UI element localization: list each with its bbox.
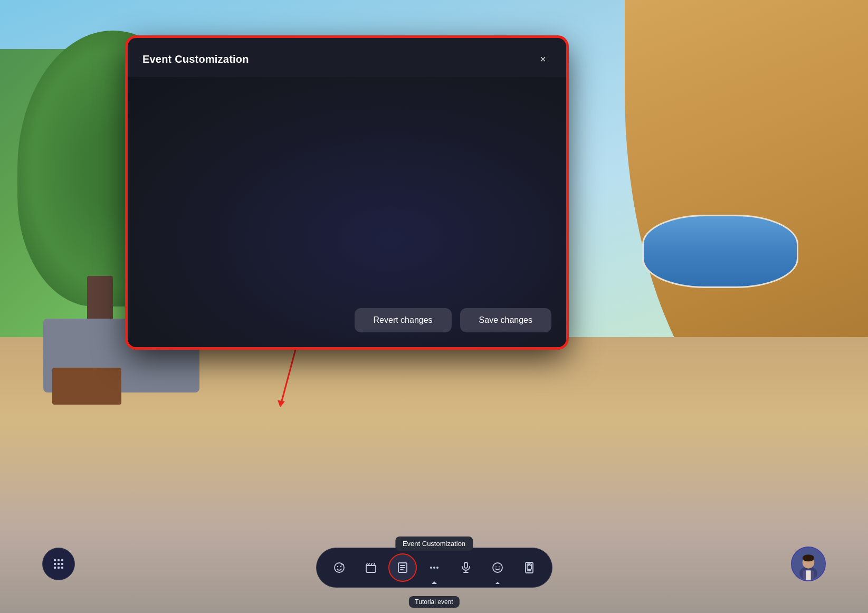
svg-rect-12 xyxy=(366,566,376,572)
svg-rect-7 xyxy=(58,567,60,569)
svg-point-11 xyxy=(340,566,341,567)
svg-rect-6 xyxy=(54,567,56,569)
ellipsis-icon xyxy=(430,567,438,569)
modal-title: Event Customization xyxy=(142,53,249,65)
svg-rect-0 xyxy=(54,559,56,561)
pool-track xyxy=(642,215,798,288)
svg-rect-31 xyxy=(806,570,810,580)
avatar-icon xyxy=(792,547,825,581)
modal-content-area: Revert changes Save changes xyxy=(128,77,566,347)
toolbar xyxy=(316,548,552,588)
emoji-icon xyxy=(491,561,504,574)
svg-rect-5 xyxy=(61,563,63,565)
svg-rect-8 xyxy=(61,567,63,569)
more-options-button[interactable] xyxy=(420,553,449,582)
share-icon xyxy=(523,561,536,574)
clapperboard-button[interactable] xyxy=(357,553,385,582)
tutorial-event-label: Tutorial event xyxy=(408,596,459,608)
event-customization-icon xyxy=(396,561,409,574)
microphone-icon xyxy=(460,561,472,574)
svg-rect-4 xyxy=(58,563,60,565)
clapperboard-icon xyxy=(365,561,377,574)
event-customization-tooltip: Event Customization xyxy=(395,537,473,551)
save-changes-button[interactable]: Save changes xyxy=(460,308,551,332)
event-customization-modal: Event Customization × Revert changes Sav… xyxy=(127,37,567,348)
svg-point-29 xyxy=(803,554,815,561)
svg-rect-2 xyxy=(61,559,63,561)
user-avatar[interactable] xyxy=(791,547,826,581)
grid-icon xyxy=(52,558,65,570)
svg-point-20 xyxy=(493,563,502,572)
svg-point-21 xyxy=(495,567,497,568)
svg-point-10 xyxy=(337,566,338,567)
svg-rect-3 xyxy=(54,563,56,565)
modal-header: Event Customization × xyxy=(128,38,566,77)
reactions-button[interactable] xyxy=(325,553,354,582)
chevron-up-small-icon xyxy=(495,582,500,584)
event-customization-button[interactable] xyxy=(388,553,417,582)
revert-changes-button[interactable]: Revert changes xyxy=(355,308,452,332)
share-button[interactable] xyxy=(515,553,543,582)
svg-rect-1 xyxy=(58,559,60,561)
apps-button[interactable] xyxy=(42,548,75,580)
microphone-button[interactable] xyxy=(452,553,480,582)
modal-footer: Revert changes Save changes xyxy=(355,308,551,334)
reactions-icon xyxy=(333,561,346,574)
coffee-table xyxy=(52,368,122,405)
chevron-up-icon xyxy=(432,581,437,584)
svg-point-22 xyxy=(499,567,500,568)
modal-close-button[interactable]: × xyxy=(535,51,551,68)
svg-rect-17 xyxy=(464,562,468,568)
emoji-button[interactable] xyxy=(483,553,512,582)
